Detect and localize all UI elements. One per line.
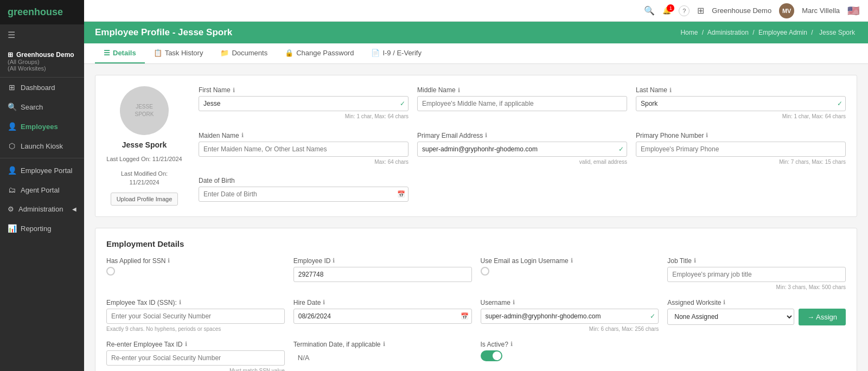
- maiden-name-info-icon: ℹ: [241, 132, 244, 139]
- maiden-name-group: Maiden Name ℹ Max: 64 chars: [199, 132, 409, 169]
- username-input[interactable]: [481, 309, 659, 324]
- tax-id-input[interactable]: [106, 309, 285, 324]
- re-enter-tax-group: Re-enter Employee Tax ID ℹ Must match SS…: [106, 341, 285, 372]
- documents-tab-icon: 📁: [220, 49, 229, 57]
- sidebar-item-employee-portal[interactable]: 👤 Employee Portal: [0, 161, 84, 180]
- breadcrumb-home[interactable]: Home: [680, 29, 698, 36]
- help-icon[interactable]: ?: [679, 5, 690, 16]
- tab-documents[interactable]: 📁 Documents: [212, 43, 276, 63]
- re-enter-tax-input[interactable]: [106, 350, 285, 366]
- sidebar-label-administration: Administration: [18, 205, 63, 213]
- last-name-info-icon: ℹ: [669, 87, 672, 94]
- primary-email-input[interactable]: [417, 142, 627, 157]
- first-name-group: First Name ℹ ✓ Min: 1 char, Max: 64 char…: [199, 86, 409, 123]
- middle-name-label: Middle Name ℹ: [417, 86, 627, 94]
- dob-input-wrapper: 📅: [199, 187, 409, 202]
- hire-date-cal-icon[interactable]: 📅: [461, 312, 469, 320]
- primary-email-info-icon: ℹ: [485, 132, 487, 139]
- is-active-label: Is Active? ℹ: [481, 341, 659, 348]
- last-name-label: Last Name ℹ: [636, 86, 846, 94]
- breadcrumb-current: Jesse Spork: [819, 29, 855, 36]
- search-topbar-icon[interactable]: 🔍: [644, 5, 655, 16]
- employee-id-info-icon: ℹ: [333, 257, 335, 264]
- maiden-name-label: Maiden Name ℹ: [199, 132, 409, 139]
- sidebar-item-employees[interactable]: 👤 Employees: [0, 117, 84, 136]
- middle-name-group: Middle Name ℹ: [417, 86, 627, 123]
- sidebar-item-launch-kiosk[interactable]: ⬡ Launch Kiosk: [0, 136, 84, 156]
- toggle-slider: [481, 350, 502, 361]
- assign-button[interactable]: → Assign: [799, 309, 846, 325]
- flag-icon: 🇺🇸: [847, 5, 859, 17]
- middle-name-input[interactable]: [417, 96, 627, 111]
- calendar-icon[interactable]: 📅: [397, 190, 405, 198]
- username-input-wrapper: ✓: [481, 309, 659, 324]
- admin-icon: ⚙: [8, 205, 14, 213]
- last-name-input[interactable]: [636, 96, 846, 111]
- sidebar-org: ⊞ Greenhouse Demo (All Groups) (All Work…: [0, 46, 84, 78]
- sidebar-item-agent-portal[interactable]: 🗂 Agent Portal: [0, 180, 84, 200]
- job-title-group: Job Title ℹ Min: 3 chars, Max: 500 chars: [667, 257, 846, 290]
- maiden-name-hint: Max: 64 chars: [199, 159, 409, 165]
- job-title-hint: Min: 3 chars, Max: 500 chars: [667, 284, 846, 290]
- use-email-group: Use Email as Login Username ℹ: [481, 257, 659, 290]
- grid-icon[interactable]: ⊞: [697, 5, 704, 16]
- last-name-input-wrapper: ✓: [636, 96, 846, 111]
- use-email-radio[interactable]: [481, 267, 489, 276]
- maiden-name-input[interactable]: [199, 142, 409, 157]
- tab-i9-everify[interactable]: 📄 I-9 / E-Verify: [362, 43, 430, 63]
- first-name-hint: Min: 1 char, Max: 64 chars: [199, 113, 409, 119]
- sidebar-item-administration[interactable]: ⚙ Administration ◀: [0, 200, 84, 219]
- breadcrumb: Home / Administration / Employee Admin /…: [680, 29, 857, 36]
- re-enter-hint: Must match SSN value: [106, 368, 285, 372]
- tab-bar: ☰ Details 📋 Task History 📁 Documents 🔒 C…: [84, 43, 868, 64]
- is-active-toggle[interactable]: [481, 350, 502, 361]
- termination-label: Termination Date, if applicable ℹ: [293, 341, 472, 348]
- assigned-worksite-label: Assigned Worksite ℹ: [667, 299, 846, 306]
- topbar-right: 🔍 🔔 1 ? ⊞ Greenhouse Demo MV Marc Villel…: [644, 3, 859, 18]
- tab-change-password[interactable]: 🔒 Change Password: [276, 43, 362, 63]
- agent-portal-icon: 🗂: [8, 186, 16, 194]
- sidebar-item-search[interactable]: 🔍 Search: [0, 97, 84, 117]
- employees-icon: 👤: [8, 122, 16, 131]
- dashboard-icon: ⊞: [8, 83, 16, 92]
- tab-details[interactable]: ☰ Details: [95, 43, 145, 63]
- first-name-input[interactable]: [199, 96, 409, 111]
- worksite-info-icon: ℹ: [723, 299, 725, 306]
- use-email-info-icon: ℹ: [571, 257, 573, 264]
- sidebar-item-reporting[interactable]: 📊 Reporting: [0, 219, 84, 238]
- profile-section: JESSESPORK Jesse Spork Last Logged On: 1…: [95, 75, 857, 217]
- re-enter-info-icon: ℹ: [185, 341, 187, 348]
- menu-toggle[interactable]: ☰: [0, 24, 84, 46]
- notification-count: 1: [667, 4, 674, 12]
- re-enter-tax-label: Re-enter Employee Tax ID ℹ: [106, 341, 285, 348]
- employment-section: Employment Details Has Applied for SSN ℹ…: [95, 228, 857, 372]
- job-title-input[interactable]: [667, 267, 846, 282]
- username-check-icon: ✓: [650, 312, 655, 320]
- breadcrumb-employee-admin[interactable]: Employee Admin: [758, 29, 807, 36]
- has-ssn-radio[interactable]: [106, 267, 115, 276]
- is-active-info-icon: ℹ: [510, 341, 513, 348]
- dob-group: Date of Birth 📅: [199, 177, 409, 206]
- sidebar-item-dashboard[interactable]: ⊞ Dashboard: [0, 78, 84, 97]
- topbar: 🔍 🔔 1 ? ⊞ Greenhouse Demo MV Marc Villel…: [84, 0, 868, 22]
- employee-id-input[interactable]: [293, 267, 472, 282]
- notification-bell[interactable]: 🔔 1: [662, 7, 671, 15]
- hire-date-info-icon: ℹ: [323, 299, 325, 306]
- primary-phone-info-icon: ℹ: [706, 132, 708, 139]
- hire-date-input[interactable]: [293, 309, 472, 324]
- upload-profile-image-button[interactable]: Upload Profile Image: [111, 193, 178, 206]
- hire-date-group: Hire Date ℹ 📅: [293, 299, 472, 332]
- password-tab-icon: 🔒: [285, 49, 293, 57]
- first-name-input-wrapper: ✓: [199, 96, 409, 111]
- breadcrumb-admin[interactable]: Administration: [707, 29, 749, 36]
- username-label: Username ℹ: [481, 299, 659, 306]
- tab-task-history[interactable]: 📋 Task History: [145, 43, 212, 63]
- primary-phone-input[interactable]: [636, 142, 846, 157]
- assigned-worksite-select[interactable]: None Assigned: [667, 309, 794, 325]
- dob-input[interactable]: [199, 187, 409, 202]
- last-logged: Last Logged On: 11/21/2024: [106, 155, 182, 164]
- reporting-icon: 📊: [8, 224, 16, 233]
- primary-email-label: Primary Email Address ℹ: [417, 132, 627, 139]
- sidebar-label-agent-portal: Agent Portal: [21, 186, 60, 194]
- tax-id-group: Employee Tax ID (SSN): ℹ Exactly 9 chars…: [106, 299, 285, 332]
